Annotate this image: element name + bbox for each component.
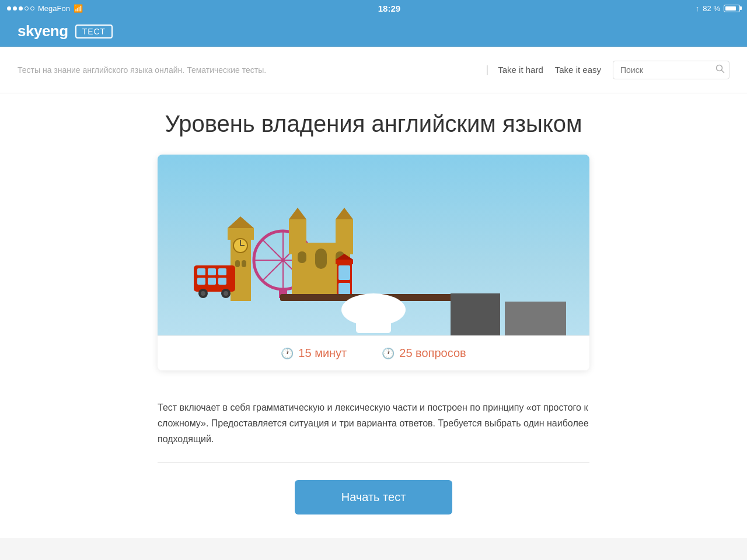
- battery-fill: [725, 6, 736, 10]
- hand-svg: [338, 292, 409, 333]
- svg-rect-17: [228, 228, 254, 240]
- svg-rect-9: [289, 219, 306, 254]
- svg-rect-14: [298, 251, 306, 263]
- svg-rect-29: [208, 278, 216, 285]
- battery-bar: [724, 5, 740, 12]
- svg-rect-27: [218, 268, 226, 275]
- svg-rect-28: [197, 278, 205, 285]
- questions-stat: 🕐 25 вопросов: [382, 346, 466, 360]
- image-card: 🕐 15 минут 🕐 25 вопросов: [158, 155, 589, 370]
- time-text: 15 минут: [298, 346, 347, 360]
- svg-rect-26: [208, 268, 216, 275]
- take-it-hard-link[interactable]: Take it hard: [498, 65, 543, 75]
- logo-sky: sky: [18, 22, 42, 40]
- test-badge: ТЕСТ: [75, 24, 113, 38]
- dot5: [30, 6, 34, 10]
- nav-links: Take it hard Take it easy: [498, 65, 601, 75]
- bus-svg: [193, 262, 236, 300]
- status-left: MegaFon 📶: [7, 4, 83, 13]
- dot3: [19, 6, 23, 10]
- breadcrumb: Тесты на знание английского языка онлайн…: [18, 65, 477, 75]
- status-right: ↑ 82 %: [696, 4, 740, 13]
- illustration: [158, 155, 589, 335]
- description-text: Тест включает в себя грамматическую и ле…: [158, 400, 589, 447]
- svg-rect-36: [336, 260, 353, 264]
- page-title: Уровень владения английским языком: [165, 111, 582, 137]
- stats-bar: 🕐 15 минут 🕐 25 вопросов: [158, 335, 589, 370]
- dark-block-2: [505, 302, 566, 335]
- time-stat: 🕐 15 минут: [281, 346, 347, 360]
- wifi-icon: 📶: [74, 4, 83, 13]
- time-icon: 🕐: [281, 347, 294, 360]
- search-input[interactable]: [613, 61, 729, 79]
- dot1: [7, 6, 11, 10]
- dot2: [13, 6, 17, 10]
- svg-rect-42: [356, 317, 391, 333]
- nav-bar: skyeng ТЕСТ: [0, 16, 747, 47]
- carrier-name: MegaFon: [38, 4, 70, 13]
- arrow-icon: ↑: [696, 4, 700, 13]
- logo[interactable]: skyeng: [18, 22, 68, 40]
- svg-marker-12: [336, 208, 353, 219]
- status-time: 18:29: [378, 4, 400, 13]
- dot4: [25, 6, 29, 10]
- svg-rect-13: [315, 249, 327, 269]
- dark-blocks: [451, 293, 566, 335]
- dark-block-1: [451, 293, 500, 335]
- take-it-easy-link[interactable]: Take it easy: [555, 65, 601, 75]
- svg-rect-11: [336, 219, 353, 254]
- questions-icon: 🕐: [382, 347, 395, 360]
- svg-marker-10: [289, 208, 306, 219]
- search-icon: [715, 64, 725, 74]
- logo-eng: eng: [42, 22, 68, 40]
- battery-percent: 82 %: [703, 4, 720, 13]
- nav-separator: |: [486, 64, 489, 76]
- red-bus: [193, 262, 236, 303]
- svg-marker-18: [228, 216, 254, 228]
- svg-rect-38: [338, 265, 350, 280]
- signal-dots: [7, 6, 34, 10]
- hand: [338, 292, 409, 335]
- status-bar: MegaFon 📶 18:29 ↑ 82 %: [0, 0, 747, 16]
- svg-marker-37: [336, 254, 353, 260]
- svg-point-34: [224, 291, 228, 296]
- secondary-nav: Тесты на знание английского языка онлайн…: [0, 47, 747, 93]
- description-section: Тест включает в себя грамматическую и ле…: [158, 388, 589, 463]
- svg-point-32: [201, 291, 205, 296]
- search-container: [613, 61, 729, 79]
- search-button[interactable]: [715, 64, 725, 76]
- svg-rect-25: [197, 268, 205, 275]
- start-test-button[interactable]: Начать тест: [295, 480, 453, 514]
- svg-rect-23: [242, 260, 246, 267]
- svg-line-1: [722, 70, 724, 72]
- svg-rect-30: [218, 278, 226, 285]
- questions-text: 25 вопросов: [399, 346, 466, 360]
- main-content: Уровень владения английским языком: [0, 93, 747, 538]
